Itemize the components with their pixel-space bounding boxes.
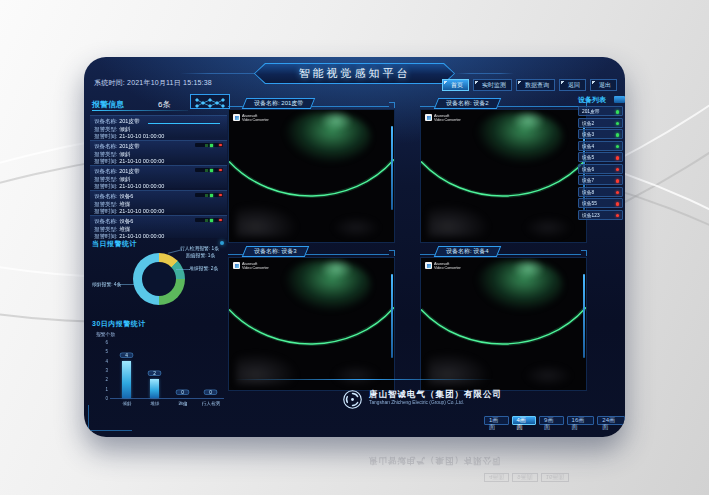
device-name: 设备7	[582, 177, 594, 184]
device-list-item[interactable]: 设备55	[578, 198, 623, 208]
bar-value-label: 2	[148, 371, 162, 377]
alarm-type-label: 报警类型:	[94, 151, 118, 157]
alarm-card[interactable]: 设备名称: 201皮带 报警类型: 倾斜 报警时间: 21-10-10 01:0…	[90, 115, 227, 138]
view-9-button[interactable]: 9画面	[539, 416, 564, 425]
device-list-tab-button[interactable]	[614, 96, 625, 103]
device-list-panel: 设备列表 201皮带设备2设备3设备4设备5设备6设备7设备8设备55设备123	[578, 95, 623, 221]
view-1-button[interactable]: 1画面	[484, 416, 509, 425]
watermark-icon	[425, 114, 432, 121]
nav-exit-button[interactable]: 退出	[590, 79, 617, 91]
alarm-time-value: 21-10-10 01:00:00	[119, 133, 164, 139]
alarm-type-label: 报警类型:	[94, 176, 118, 182]
alarm-device-label: 设备名称:	[94, 193, 118, 199]
y-tick-label: 3	[102, 368, 108, 373]
device-status-dot	[616, 156, 620, 160]
nav-back-button[interactable]: 返回	[559, 79, 586, 91]
watermark-icon	[425, 262, 432, 269]
watermark: AiseesoftVideo Converter	[425, 114, 477, 128]
company-logo-icon	[342, 389, 363, 410]
device-list-item[interactable]: 201皮带	[578, 106, 623, 116]
device-status-dot	[616, 202, 620, 206]
donut-label-deviation: 跑偏报警: 1条	[186, 252, 215, 259]
topology-icon[interactable]	[190, 94, 230, 109]
donut-leader-line	[176, 269, 190, 270]
alarm-card[interactable]: 设备名称: 201皮带 报警类型: 倾斜 报警时间: 21-10-10 00:0…	[90, 165, 227, 188]
device-list-item[interactable]: 设备123	[578, 210, 623, 220]
alarm-type-value: 倾斜	[119, 126, 130, 132]
video-panel-header: 设备名称: 设备2	[420, 97, 587, 109]
video-device-name: 设备名称: 201皮带	[254, 99, 303, 108]
video-device-name: 设备名称: 设备4	[446, 247, 489, 256]
device-list-item[interactable]: 设备2	[578, 118, 623, 128]
device-status-dot	[616, 110, 620, 114]
footer: 唐山智诚电气（集团）有限公司 Tangshan Zhicheng Electri…	[84, 379, 625, 437]
device-list-title: 设备列表	[578, 95, 606, 105]
view-24-button[interactable]: 24画面	[597, 416, 625, 425]
footer-deco-line	[234, 379, 494, 380]
y-tick-label: 6	[102, 340, 108, 345]
alarm-card[interactable]: 设备名称: 设备6 报警类型: 堆煤 报警时间: 21-10-10 00:00:…	[90, 190, 227, 213]
watermark: AiseesoftVideo Converter	[233, 262, 285, 276]
view-switcher: 1画面 4画面 9画面 16画面 24画面	[484, 416, 625, 425]
watermark-icon	[233, 262, 240, 269]
top-nav: 首页 实时监测 数据查询 返回 退出	[442, 79, 617, 91]
video-panel-header: 设备名称: 201皮带	[228, 97, 395, 109]
donut-label-coal-pile: 堆煤报警: 2条	[189, 265, 218, 272]
today-alarm-stats-section: 当日报警统计 行人检测报警: 1条 跑偏报警: 1条 堆煤报警: 2条 倾斜报警…	[92, 239, 228, 313]
alarm-type-label: 报警类型:	[94, 226, 118, 232]
today-alarm-donut-chart	[133, 253, 185, 305]
video-feed[interactable]: AiseesoftVideo Converter	[420, 257, 587, 391]
nav-dataquery-button[interactable]: 数据查询	[516, 79, 555, 91]
device-list-item[interactable]: 设备5	[578, 152, 623, 162]
alarm-device-value: 设备6	[119, 193, 133, 199]
nav-realtime-button[interactable]: 实时监测	[473, 79, 512, 91]
alarm-type-value: 堆煤	[119, 226, 130, 232]
video-device-name: 设备名称: 设备3	[254, 247, 297, 256]
bar-value-label: 4	[120, 352, 134, 358]
header-deco-line	[456, 73, 514, 74]
alarm-device-value: 设备6	[119, 218, 133, 224]
alarm-device-label: 设备名称:	[94, 118, 118, 124]
system-time: 系统时间: 2021年10月11日 15:15:38	[94, 78, 212, 88]
video-feed[interactable]: AiseesoftVideo Converter	[228, 257, 395, 391]
alarm-time-label: 报警时间:	[94, 233, 118, 239]
alarm-time-value: 21-10-10 00:00:00	[119, 233, 164, 239]
view-4-button[interactable]: 4画面	[512, 416, 537, 425]
device-list-item[interactable]: 设备3	[578, 129, 623, 139]
alarm-device-label: 设备名称:	[94, 218, 118, 224]
video-scrollbar[interactable]	[391, 274, 393, 358]
video-scrollbar[interactable]	[583, 274, 585, 358]
page-title: 智能视觉感知平台	[299, 66, 411, 81]
alarm-type-value: 倾斜	[119, 176, 130, 182]
video-feed[interactable]: AiseesoftVideo Converter	[420, 109, 587, 243]
device-list-item[interactable]: 设备7	[578, 175, 623, 185]
bar-chart-ylabel: 报警个数	[96, 331, 115, 338]
alarm-type-label: 报警类型:	[94, 201, 118, 207]
marketing-background: 系统时间: 2021年10月11日 15:15:38 智能视觉感知平台 首页 实…	[0, 0, 709, 495]
alarm-time-value: 21-10-10 00:00:00	[119, 183, 164, 189]
alarm-device-value: 201皮带	[119, 168, 139, 174]
view-16-button[interactable]: 16画面	[567, 416, 595, 425]
alarm-type-value: 倾斜	[119, 151, 130, 157]
video-panel-3: 设备名称: 设备3 AiseesoftVideo Converter	[228, 245, 395, 257]
alarm-type-label: 报警类型:	[94, 126, 118, 132]
device-list-item[interactable]: 设备4	[578, 141, 623, 151]
device-name: 201皮带	[582, 108, 600, 115]
alarm-card[interactable]: 设备名称: 201皮带 报警类型: 倾斜 报警时间: 21-10-10 00:0…	[90, 140, 227, 163]
device-list-item[interactable]: 设备6	[578, 164, 623, 174]
device-status-dot	[616, 214, 620, 218]
alarm-device-label: 设备名称:	[94, 168, 118, 174]
video-feed[interactable]: AiseesoftVideo Converter	[228, 109, 395, 243]
device-status-dot	[616, 168, 620, 172]
nav-home-button[interactable]: 首页	[442, 79, 469, 91]
company-name-en: Tangshan Zhicheng Electric (Group) Co.,L…	[369, 400, 464, 405]
alarm-card[interactable]: 设备名称: 设备6 报警类型: 堆煤 报警时间: 21-10-10 00:00:…	[90, 215, 227, 238]
device-name: 设备2	[582, 120, 594, 127]
device-name: 设备4	[582, 143, 594, 150]
video-panel-2: 设备名称: 设备2 AiseesoftVideo Converter	[420, 97, 587, 109]
y-tick-label: 5	[102, 349, 108, 354]
video-scrollbar[interactable]	[391, 126, 393, 210]
donut-label-tilt: 倾斜报警: 4条	[92, 281, 121, 288]
device-list-item[interactable]: 设备8	[578, 187, 623, 197]
alarm-device-label: 设备名称:	[94, 143, 118, 149]
